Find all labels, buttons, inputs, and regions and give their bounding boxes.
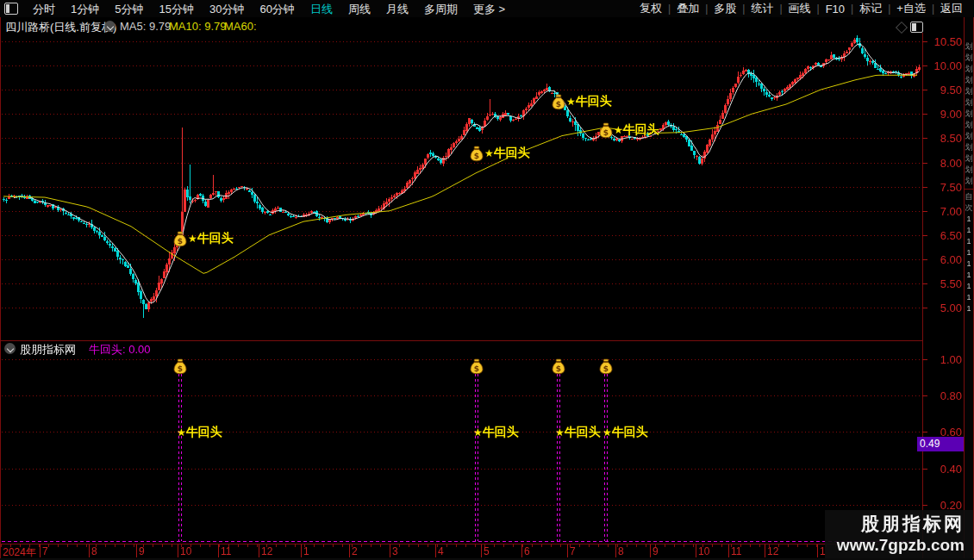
toolbar-right-actions: 复权|叠加|多股|统计|画线|F10|标记|+自选|返回 xyxy=(634,1,969,16)
month-divider xyxy=(136,544,137,557)
panel-toggle-icon[interactable] xyxy=(4,3,18,15)
month-label: 7 xyxy=(42,545,48,557)
month-label: 3 xyxy=(392,545,398,557)
period-tab-3[interactable]: 5分钟 xyxy=(115,3,143,16)
money-bag-icon: $ xyxy=(552,94,565,110)
axis-tick xyxy=(922,283,927,284)
month-label: 10 xyxy=(698,545,709,557)
month-label: 1 xyxy=(820,545,826,557)
indicator-canvas[interactable] xyxy=(2,341,921,543)
ma60-legend: MA60: xyxy=(224,20,257,34)
period-tab-8[interactable]: 周线 xyxy=(348,3,371,16)
period-toolbar: 分时1分钟5分钟15分钟30分钟60分钟日线周线月线多周期更多 > 复权|叠加|… xyxy=(0,0,974,17)
axis-label: 7.50 xyxy=(924,181,962,194)
money-bag-icon: $ xyxy=(173,231,187,247)
axis-tick xyxy=(922,211,927,212)
chevron-down-icon[interactable] xyxy=(104,21,116,32)
indicator-chevron-down-icon[interactable] xyxy=(4,343,16,354)
main-candlestick-canvas[interactable] xyxy=(2,34,921,340)
period-tab-4[interactable]: 15分钟 xyxy=(159,3,193,16)
month-divider xyxy=(817,544,818,557)
stock-title: 四川路桥(日线.前复权) xyxy=(5,20,116,34)
axis-label: 9.00 xyxy=(924,108,962,121)
indicator-value-readout: 牛回头: 0.00 xyxy=(89,342,151,356)
toolbar-separator: | xyxy=(932,3,934,15)
split-pane-icon[interactable] xyxy=(910,22,923,33)
axis-label: 0.60 xyxy=(924,426,962,439)
toolbar-action-5[interactable]: 画线 xyxy=(789,1,811,16)
toolbar-action-1[interactable]: 复权 xyxy=(640,1,662,16)
toolbar-action-6[interactable]: F10 xyxy=(826,3,845,16)
axis-label: 0.80 xyxy=(924,389,962,402)
axis-label: 8.50 xyxy=(924,132,962,145)
signal-label: ★牛回头 xyxy=(484,146,530,161)
toolbar-action-8[interactable]: +自选 xyxy=(896,1,926,16)
axis-tick xyxy=(922,138,927,139)
panel-divider xyxy=(1,340,922,341)
period-tab-5[interactable]: 30分钟 xyxy=(209,3,244,16)
month-label: 9 xyxy=(652,545,659,557)
month-divider xyxy=(650,544,651,557)
indicator-source: 股朋指标网 xyxy=(20,342,76,356)
signal-label: ★牛回头 xyxy=(603,425,648,440)
period-tab-10[interactable]: 多周期 xyxy=(424,3,458,16)
signal-label: ★牛回头 xyxy=(566,94,612,109)
toolbar-action-7[interactable]: 标记 xyxy=(859,1,882,16)
svg-text:$: $ xyxy=(603,128,609,137)
axis-label: 8.00 xyxy=(924,157,962,170)
month-label: 11 xyxy=(731,545,741,557)
period-tab-1[interactable]: 分时 xyxy=(33,3,55,16)
axis-tick xyxy=(922,259,927,260)
svg-text:$: $ xyxy=(556,100,561,109)
toolbar-action-9[interactable]: 返回 xyxy=(940,1,963,16)
svg-text:$: $ xyxy=(474,364,479,373)
signal-label: ★牛回头 xyxy=(555,425,601,440)
axis-label: 9.50 xyxy=(924,84,962,96)
axis-tick xyxy=(922,359,927,360)
trading-app-window: 分时1分钟5分钟15分钟30分钟60分钟日线周线月线多周期更多 > 复权|叠加|… xyxy=(0,0,974,560)
svg-text:$: $ xyxy=(474,152,479,160)
toolbar-action-3[interactable]: 多股 xyxy=(714,1,736,16)
toolbar-separator: | xyxy=(668,3,671,15)
toolbar-separator: | xyxy=(851,3,853,15)
svg-text:$: $ xyxy=(178,364,183,373)
money-bag-icon: $ xyxy=(552,358,565,375)
month-divider xyxy=(435,544,436,557)
month-label: 12 xyxy=(767,545,778,557)
month-divider xyxy=(40,544,41,557)
period-tab-2[interactable]: 1分钟 xyxy=(71,3,99,16)
month-label: 12 xyxy=(261,545,272,557)
month-divider xyxy=(765,544,765,557)
month-label: 7 xyxy=(570,545,576,557)
month-divider xyxy=(218,544,219,557)
axis-tick xyxy=(922,65,927,66)
toolbar-action-4[interactable]: 统计 xyxy=(751,1,773,16)
period-tab-6[interactable]: 60分钟 xyxy=(259,3,294,16)
ma10-legend: MA10: 9.79 xyxy=(169,20,227,34)
axis-label: 6.00 xyxy=(924,253,962,266)
period-tab-7[interactable]: 日线 xyxy=(310,3,333,16)
month-label: 2 xyxy=(352,545,358,557)
axis-tick xyxy=(922,235,927,236)
month-divider xyxy=(696,544,696,557)
month-label: 8 xyxy=(91,545,97,557)
indicator-value-box: 0.49 xyxy=(917,437,964,451)
period-tab-9[interactable]: 月线 xyxy=(386,3,409,16)
period-tabs: 分时1分钟5分钟15分钟30分钟60分钟日线周线月线多周期更多 > xyxy=(25,1,513,17)
month-divider xyxy=(349,544,350,557)
period-tab-11[interactable]: 更多 > xyxy=(473,3,505,16)
axis-label: 1.00 xyxy=(924,353,962,366)
svg-text:$: $ xyxy=(556,364,561,373)
ma5-legend: MA5: 9.79 xyxy=(120,20,171,34)
axis-tick xyxy=(922,90,927,90)
axis-tick xyxy=(922,114,927,115)
axis-label: 0.40 xyxy=(924,463,962,476)
month-label: 10 xyxy=(180,545,191,557)
signal-label: ★牛回头 xyxy=(614,122,659,138)
axis-label: 7.00 xyxy=(924,205,962,218)
axis-tick xyxy=(922,395,927,396)
month-label: 4 xyxy=(438,545,444,557)
toolbar-action-2[interactable]: 叠加 xyxy=(677,1,699,16)
money-bag-icon: $ xyxy=(173,358,187,375)
month-divider xyxy=(567,544,568,557)
